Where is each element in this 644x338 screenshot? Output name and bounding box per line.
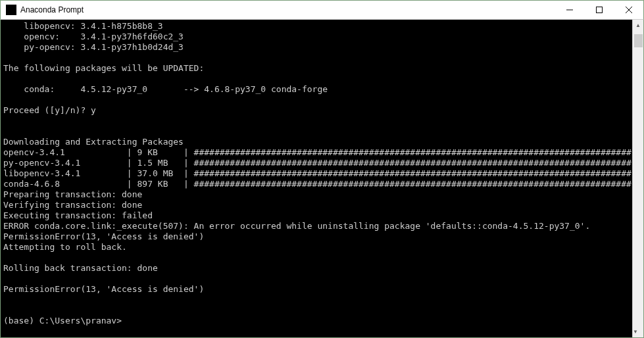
terminal-wrap: libopencv: 3.4.1-h875b8b8_3 opencv: 3.4.… (0, 20, 644, 338)
minimize-button[interactable] (555, 1, 584, 19)
maximize-button[interactable] (584, 1, 614, 19)
window-title: Anaconda Prompt (20, 5, 555, 14)
app-icon (6, 5, 16, 15)
terminal-output[interactable]: libopencv: 3.4.1-h875b8b8_3 opencv: 3.4.… (1, 20, 632, 337)
svg-rect-1 (596, 7, 602, 13)
scrollbar-thumb[interactable] (634, 34, 643, 47)
close-button[interactable] (614, 1, 643, 19)
scroll-down-icon[interactable]: ▼ (633, 326, 638, 337)
scrollbar[interactable]: ▲ ▼ (632, 20, 643, 337)
scroll-up-icon[interactable]: ▲ (633, 20, 643, 31)
window-controls (555, 1, 643, 19)
titlebar: Anaconda Prompt (0, 0, 644, 20)
